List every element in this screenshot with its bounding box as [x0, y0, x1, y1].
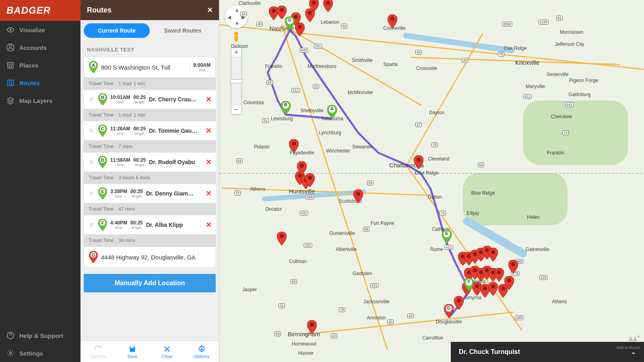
map-pin[interactable] [494, 268, 504, 282]
drag-handle-icon[interactable]: ≡ [88, 221, 95, 228]
route-stop-pin[interactable]: G [444, 304, 454, 318]
map-pin[interactable] [307, 320, 317, 334]
pegman-icon[interactable] [231, 31, 242, 44]
sidebar-item-label: Visualize [19, 27, 45, 33]
remove-stop-icon[interactable]: ✕ [206, 189, 212, 198]
stop-length: 00:25length [130, 189, 143, 198]
sidebar-item-accounts[interactable]: Accounts [0, 39, 80, 56]
stop-time: 10:01AMtime [110, 95, 130, 104]
stop-time: 11:58AMtime [110, 157, 130, 167]
location-info-card[interactable]: Dr. Chuck Turnquist ⌄ [451, 342, 644, 362]
map-pin[interactable] [323, 0, 333, 12]
map-pin[interactable] [388, 14, 397, 28]
remove-stop-icon[interactable]: ✕ [206, 220, 212, 229]
panel-body[interactable]: NASHVILLE TEST A 9:00AM time Travel Time… [80, 41, 219, 341]
save-button[interactable]: Save [115, 341, 150, 362]
map-pin[interactable] [295, 23, 305, 36]
stop-pin-icon: E [98, 187, 107, 200]
manually-add-location-button[interactable]: Manually Add Location [84, 274, 216, 292]
optimize-button[interactable]: Optimize [80, 341, 115, 362]
tab-current-route[interactable]: Current Route [84, 23, 150, 38]
sidebar-item-settings[interactable]: Settings [0, 344, 80, 362]
map-pin[interactable] [508, 260, 518, 274]
sidebar-item-label: Settings [19, 350, 43, 357]
map-pin[interactable] [488, 282, 498, 296]
route-stop-pin[interactable]: F [464, 278, 474, 292]
map-pin[interactable] [297, 161, 307, 175]
route-tabs: Current Route Saved Routes [80, 20, 219, 41]
start-address-input[interactable] [101, 64, 186, 71]
route-stop-pin[interactable]: D [285, 16, 295, 30]
stop-pin-icon: F [98, 219, 107, 231]
end-location-row: G [84, 247, 216, 267]
clear-button[interactable]: Clear [150, 341, 184, 362]
svg-point-46 [475, 284, 479, 288]
sidebar-item-label: Places [19, 62, 39, 69]
remove-stop-icon[interactable]: ✕ [206, 95, 212, 104]
svg-point-17 [280, 8, 284, 12]
travel-time-row: Travel Time 34 mins [84, 234, 216, 247]
svg-point-4 [10, 352, 12, 354]
zoom-out-button[interactable]: − [231, 105, 241, 114]
map-pin[interactable] [353, 189, 363, 203]
sidebar-item-routes[interactable]: Routes [0, 74, 80, 92]
stop-name: Dr. Rudolf Oyabu [149, 159, 202, 165]
svg-point-31 [310, 323, 314, 327]
svg-rect-12 [131, 346, 134, 348]
sidebar-item-label: Help & Support [19, 332, 63, 339]
svg-point-32 [300, 164, 304, 168]
drag-handle-icon[interactable]: ≡ [88, 96, 95, 103]
map-pin[interactable] [277, 232, 287, 245]
map-pin[interactable] [488, 248, 498, 261]
sidebar-item-visualize[interactable]: Visualize [0, 21, 80, 39]
svg-point-26 [308, 176, 312, 180]
map-pin[interactable] [454, 296, 464, 310]
zoom-control[interactable]: + − [231, 47, 242, 114]
svg-point-16 [272, 9, 276, 13]
stop-time: 11:26AMtime [110, 126, 130, 136]
svg-point-44 [497, 270, 501, 274]
svg-point-50 [457, 298, 461, 302]
map-canvas[interactable]: ▲▼ ◀▶ + − ClarksvilleNashvilleLebanonCoo… [219, 0, 644, 362]
nav-list: VisualizeAccountsPlacesRoutesMap Layers [0, 21, 80, 327]
add-to-route-button[interactable]: + [628, 335, 638, 343]
zoom-slider-handle[interactable] [230, 79, 243, 83]
route-stop-pin[interactable]: E [442, 230, 452, 243]
remove-stop-icon[interactable]: ✕ [206, 126, 212, 135]
stop-length: 00:25length [133, 126, 146, 136]
stop-name: Dr. Denny Giam… [146, 190, 202, 197]
pan-control[interactable]: ▲▼ ◀▶ [225, 6, 248, 28]
start-pin-icon: A [89, 61, 98, 73]
stop-row: ≡ B 10:01AMtime 00:25length Dr. Cherry C… [84, 90, 216, 109]
map-pin[interactable] [289, 139, 299, 153]
sidebar-item-label: Routes [19, 80, 40, 86]
map-pin[interactable] [504, 276, 514, 290]
info-card-title: Dr. Chuck Turnquist [459, 348, 520, 356]
travel-time-row: Travel Time1 hour 1 min [84, 78, 216, 90]
stop-time: 3:28PMtime [110, 189, 127, 198]
drag-handle-icon[interactable]: ≡ [88, 158, 95, 166]
map-pin[interactable] [305, 173, 315, 187]
stop-time: 4:40PMtime [110, 220, 127, 230]
svg-point-0 [10, 29, 12, 31]
zoom-in-button[interactable]: + [231, 48, 241, 57]
tab-saved-routes[interactable]: Saved Routes [150, 23, 216, 38]
svg-point-21 [312, 1, 316, 5]
remove-stop-icon[interactable]: ✕ [206, 158, 212, 167]
drag-handle-icon[interactable]: ≡ [88, 190, 95, 197]
options-button[interactable]: Options [184, 341, 219, 362]
map-pin[interactable] [414, 155, 423, 169]
drag-handle-icon[interactable]: ≡ [88, 127, 95, 134]
route-stop-pin[interactable]: B [281, 101, 291, 115]
sidebar-item-label: Map Layers [19, 97, 53, 104]
travel-time-row: Travel Time47 mins [84, 203, 216, 215]
sidebar-item-places[interactable]: Places [0, 56, 80, 74]
end-address-input[interactable] [101, 254, 211, 261]
start-location-row: A 9:00AM time [84, 57, 216, 78]
close-icon[interactable]: × [207, 5, 213, 15]
svg-point-47 [483, 286, 487, 290]
map-pin[interactable] [309, 0, 319, 12]
sidebar-item-map-layers[interactable]: Map Layers [0, 92, 80, 109]
sidebar-item-help-&-support[interactable]: Help & Support [0, 327, 80, 344]
route-stop-pin[interactable]: A [327, 105, 337, 119]
